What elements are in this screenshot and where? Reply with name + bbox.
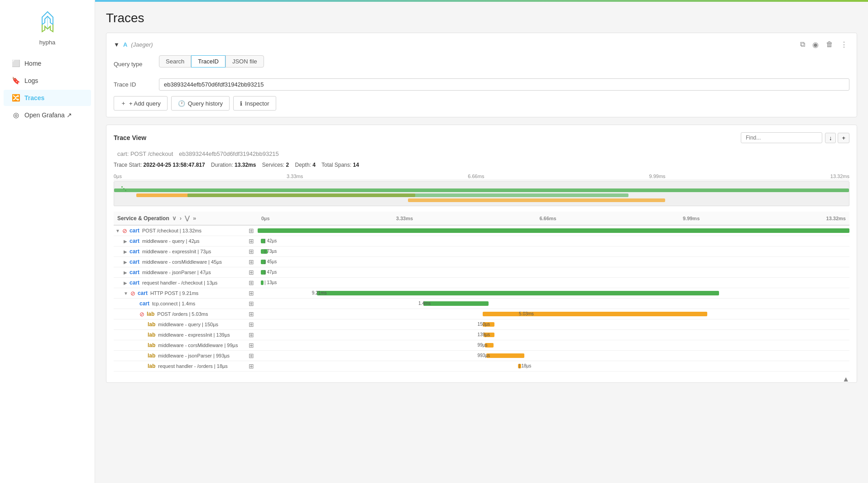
span-icon-cell: ⊞ <box>245 361 258 372</box>
find-prev-button[interactable]: ↓ <box>825 133 836 143</box>
table-row[interactable]: ▼⊘cartPOST /checkout | 13.32ms⊞ <box>114 225 849 236</box>
span-op: request handler - /orders | 18µs <box>158 363 228 369</box>
span-bar-cell: | 73µs <box>258 246 849 257</box>
scroll-up-button[interactable]: ▲ <box>842 375 849 383</box>
th-service-op: Service & Operation ∨ › ⋁ » <box>114 212 245 225</box>
mini-dots <box>121 186 127 192</box>
table-row[interactable]: labrequest handler - /orders | 18µs⊞| 18… <box>114 361 849 372</box>
span-toggle[interactable]: ▼ <box>115 228 120 233</box>
table-row[interactable]: ▶cartrequest handler - /checkout | 13µs⊞… <box>114 278 849 288</box>
span-time-label: 9.21ms <box>311 290 327 295</box>
eye-icon[interactable]: ◉ <box>810 39 820 50</box>
query-source-toggle[interactable]: ▼ <box>114 41 120 48</box>
meta-total-spans-value: 14 <box>353 162 359 168</box>
sidebar-item-label-home: Home <box>24 60 41 67</box>
sidebar-item-open-grafana[interactable]: ◎ Open Grafana ↗ <box>4 107 91 123</box>
expand-all-icon[interactable]: › <box>179 214 182 222</box>
span-time-label: 1.4ms <box>417 301 431 306</box>
inspector-button[interactable]: ℹ Inspector <box>233 96 276 111</box>
span-toggle[interactable]: ▶ <box>124 280 127 285</box>
span-service-name: cart <box>129 248 139 255</box>
th-service-label: Service & Operation <box>117 215 169 222</box>
span-log-icon[interactable]: ⊞ <box>249 321 254 328</box>
table-row[interactable]: labmiddleware - corsMiddleware | 99µs⊞99… <box>114 340 849 351</box>
span-icon-cell: ⊞ <box>245 236 258 246</box>
table-row[interactable]: ▶cartmiddleware - jsonParser | 47µs⊞| 47… <box>114 267 849 278</box>
span-service-op-cell: labmiddleware - query | 150µs <box>114 319 245 330</box>
expand-right-icon[interactable]: » <box>192 214 197 222</box>
more-icon[interactable]: ⋮ <box>839 39 849 50</box>
query-panel-actions: ⧉ ◉ 🗑 ⋮ <box>798 39 849 50</box>
span-icon-cell: ⊞ <box>245 225 258 236</box>
span-bar <box>486 353 525 358</box>
find-nav: ↓ + <box>825 133 849 143</box>
span-time-label: 150µs <box>477 322 490 327</box>
span-time-label: | 42µs <box>264 238 277 243</box>
span-bar <box>258 228 849 233</box>
table-row[interactable]: carttcp.connect | 1.4ms⊞1.4ms <box>114 299 849 309</box>
expand-down-icon[interactable]: ⋁ <box>184 214 191 222</box>
find-next-button[interactable]: + <box>838 133 849 143</box>
span-service-op-cell: labmiddleware - corsMiddleware | 99µs <box>114 340 245 351</box>
table-row[interactable]: ▶cartmiddleware - expressInit | 73µs⊞| 7… <box>114 246 849 257</box>
span-op: POST /checkout | 13.32ms <box>142 228 201 233</box>
span-log-icon[interactable]: ⊞ <box>249 331 254 338</box>
span-service-name: cart <box>129 280 139 286</box>
delete-icon[interactable]: 🗑 <box>824 39 835 50</box>
add-query-button[interactable]: ＋ + Add query <box>114 96 168 111</box>
span-toggle[interactable]: ▶ <box>124 260 127 265</box>
span-log-icon[interactable]: ⊞ <box>249 279 254 286</box>
tab-json-file[interactable]: JSON file <box>225 55 264 68</box>
span-service-op-cell: labmiddleware - jsonParser | 993µs <box>114 351 245 361</box>
sidebar-item-home[interactable]: ⬜ Home <box>4 55 91 72</box>
table-row[interactable]: ⊘labPOST /orders | 5.03ms⊞5.03ms <box>114 309 849 319</box>
sidebar-item-logs[interactable]: 🔖 Logs <box>4 72 91 89</box>
span-log-icon[interactable]: ⊞ <box>249 342 254 349</box>
span-icon-cell: ⊞ <box>245 319 258 330</box>
table-row[interactable]: ▶cartmiddleware - query | 42µs⊞| 42µs <box>114 236 849 246</box>
span-toggle[interactable]: ▼ <box>124 291 128 296</box>
span-service-name: cart <box>138 290 148 296</box>
table-row[interactable]: labmiddleware - jsonParser | 993µs⊞993µs <box>114 351 849 361</box>
table-row[interactable]: ▼⊘cartHTTP POST | 9.21ms⊞9.21ms <box>114 288 849 299</box>
table-row[interactable]: labmiddleware - query | 150µs⊞150µs <box>114 319 849 330</box>
span-log-icon[interactable]: ⊞ <box>249 362 254 370</box>
sidebar-item-traces[interactable]: 🔀 Traces <box>4 90 91 106</box>
copy-icon[interactable]: ⧉ <box>798 39 807 50</box>
th-timeline: 0µs 3.33ms 6.66ms 9.99ms 13.32ms <box>258 212 849 225</box>
meta-total-spans-label: Total Spans: <box>321 162 351 168</box>
span-bar-cell: 150µs <box>258 319 849 330</box>
tab-search[interactable]: Search <box>159 55 191 68</box>
span-log-icon[interactable]: ⊞ <box>249 237 254 245</box>
span-log-icon[interactable]: ⊞ <box>249 269 254 276</box>
span-toggle[interactable]: ▶ <box>124 249 127 254</box>
span-log-icon[interactable]: ⊞ <box>249 227 254 234</box>
span-log-icon[interactable]: ⊞ <box>249 258 254 266</box>
find-input[interactable] <box>741 132 822 143</box>
span-log-icon[interactable]: ⊞ <box>249 310 254 318</box>
sidebar-item-label-grafana: Open Grafana ↗ <box>24 111 72 119</box>
logo: hypha <box>0 5 95 55</box>
span-log-icon[interactable]: ⊞ <box>249 290 254 297</box>
span-bar-cell: | 13µs <box>258 278 849 288</box>
table-row[interactable]: labmiddleware - expressInit | 139µs⊞139µ… <box>114 330 849 340</box>
tab-traceid[interactable]: TraceID <box>191 55 225 68</box>
span-service-name: cart <box>129 259 139 265</box>
meta-duration-label: Duration: <box>211 162 233 168</box>
collapse-all-icon[interactable]: ∨ <box>171 214 177 222</box>
span-icon-cell: ⊞ <box>245 299 258 309</box>
span-log-icon[interactable]: ⊞ <box>249 352 254 359</box>
query-history-button[interactable]: 🕐 Query history <box>171 96 230 111</box>
span-icon-cell: ⊞ <box>245 351 258 361</box>
span-op: middleware - expressInit | 73µs <box>142 249 211 254</box>
table-row[interactable]: ▶cartmiddleware - corsMiddleware | 45µs⊞… <box>114 257 849 267</box>
span-log-icon[interactable]: ⊞ <box>249 300 254 307</box>
span-service-name: cart <box>129 238 139 244</box>
error-icon: ⊘ <box>130 290 135 297</box>
trace-id-input[interactable] <box>159 78 849 91</box>
span-log-icon[interactable]: ⊞ <box>249 248 254 255</box>
span-toggle[interactable]: ▶ <box>124 239 127 244</box>
error-icon: ⊘ <box>122 227 127 234</box>
span-toggle[interactable]: ▶ <box>124 270 127 275</box>
thead-ruler: 0µs 3.33ms 6.66ms 9.99ms 13.32ms <box>261 216 846 221</box>
